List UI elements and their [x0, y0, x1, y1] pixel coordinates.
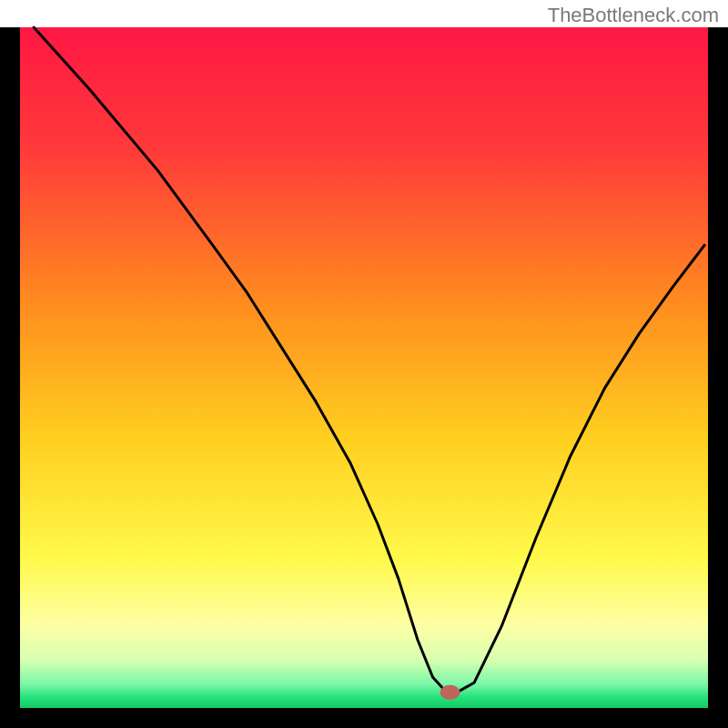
optimum-marker [440, 685, 460, 700]
watermark-text: TheBottleneck.com [548, 4, 719, 27]
frame-left [0, 27, 20, 728]
bottleneck-chart [0, 0, 728, 728]
frame-bottom [0, 708, 728, 728]
frame-right [708, 27, 728, 728]
chart-container: TheBottleneck.com [0, 0, 728, 728]
